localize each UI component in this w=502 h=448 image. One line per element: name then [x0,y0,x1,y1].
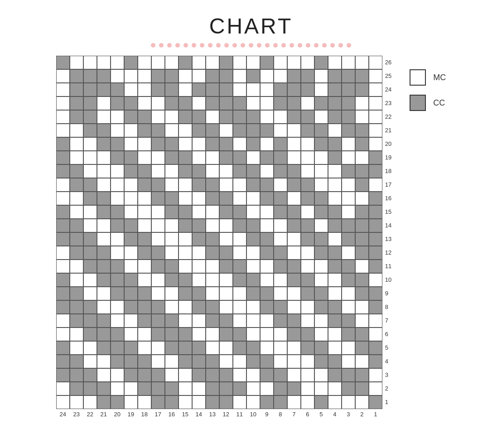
row-label: 14 [385,219,391,232]
grid-cell [233,314,246,328]
grid-cell [97,395,111,409]
grid-cell [287,355,301,368]
main-area: 2625242322212019181716151413121110987654… [56,56,446,418]
grid-cell [192,232,206,246]
grid-cell [342,124,355,137]
dot [208,43,212,48]
grid-cell [314,395,328,409]
grid-cell [314,96,328,110]
grid-cell [97,69,111,83]
grid-cell [260,137,274,151]
grid-cell [111,368,124,382]
grid-cell [206,151,219,164]
grid-cell [179,368,192,382]
grid-cell [369,273,382,287]
grid-cell [97,260,111,273]
grid-cell [56,232,70,246]
grid-cell [97,287,111,300]
grid-cell [56,137,70,151]
grid-cell [233,83,246,96]
grid-cell [97,314,111,328]
grid-cell [124,151,138,164]
grid-cell [97,110,111,124]
grid-cell [301,96,314,110]
grid-cell [70,219,83,232]
grid-cell [206,395,219,409]
grid-cell [260,382,274,395]
grid-cell [97,56,111,69]
grid-cell [192,69,206,83]
grid-cell [246,96,260,110]
grid-cell [342,56,355,69]
grid-cell [274,260,287,273]
grid-cell [97,83,111,96]
grid-cell [328,395,342,409]
grid-cell [369,137,382,151]
grid-cell [206,110,219,124]
grid-row [56,314,382,328]
grid-cell [342,151,355,164]
grid-cell [328,314,342,328]
grid-cell [138,124,151,137]
grid-cell [260,69,274,83]
grid-cell [192,96,206,110]
grid-cell [83,110,97,124]
grid-cell [260,232,274,246]
grid-cell [274,151,287,164]
grid-cell [70,273,83,287]
grid-cell [355,355,369,368]
grid-cell [301,151,314,164]
grid-cell [206,382,219,395]
grid-cell [301,368,314,382]
grid-cell [369,219,382,232]
grid-cell [355,56,369,69]
grid-cell [206,314,219,328]
grid-cell [56,246,70,260]
grid-cell [179,395,192,409]
grid-cell [355,395,369,409]
grid-cell [369,355,382,368]
row-label: 11 [385,260,391,273]
grid-cell [124,137,138,151]
row-label: 2 [385,382,391,395]
grid-cell [111,83,124,96]
grid-cell [314,192,328,205]
grid-cell [206,246,219,260]
grid-cell [206,69,219,83]
grid-cell [124,96,138,110]
col-label: 23 [70,411,83,418]
grid-cell [124,178,138,192]
grid-cell [179,382,192,395]
grid-cell [233,124,246,137]
grid-cell [260,151,274,164]
grid-row [56,395,382,409]
grid-cell [328,178,342,192]
grid-cell [124,260,138,273]
grid-cell [192,151,206,164]
grid-cell [287,56,301,69]
grid-cell [328,273,342,287]
grid-cell [301,192,314,205]
grid-cell [70,205,83,219]
col-label: 18 [138,411,151,418]
grid-cell [151,164,165,178]
grid-row [56,355,382,368]
grid-cell [70,83,83,96]
grid-cell [179,355,192,368]
grid-cell [246,151,260,164]
grid-cell [151,83,165,96]
grid-cell [355,287,369,300]
dot [224,43,229,48]
grid-cell [138,273,151,287]
grid-cell [179,314,192,328]
grid-cell [274,69,287,83]
grid-cell [233,192,246,205]
grid-cell [206,96,219,110]
grid-cell [355,273,369,287]
grid-cell [138,219,151,232]
grid-cell [192,83,206,96]
grid-cell [328,246,342,260]
grid-cell [56,395,70,409]
grid-cell [138,164,151,178]
col-label: 20 [111,411,124,418]
